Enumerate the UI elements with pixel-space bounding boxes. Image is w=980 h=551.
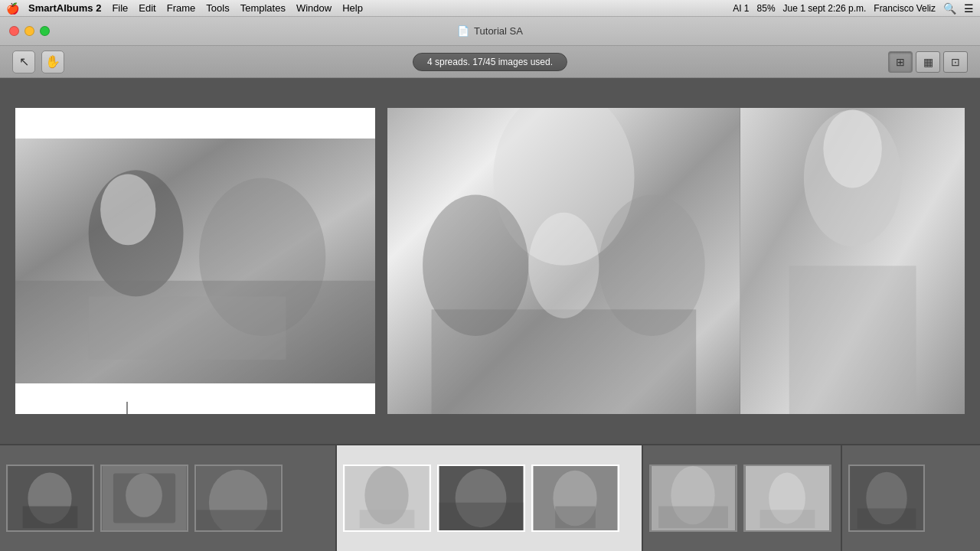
svg-point-15 bbox=[823, 109, 881, 187]
page-bottom-margin bbox=[15, 383, 375, 414]
single-view-button[interactable]: ⊞ bbox=[888, 51, 913, 73]
window-controls bbox=[9, 26, 50, 36]
battery-status: 85% bbox=[757, 3, 776, 14]
svg-rect-30 bbox=[439, 503, 524, 530]
svg-point-11 bbox=[528, 213, 599, 318]
menu-file[interactable]: File bbox=[112, 2, 128, 14]
cursor-tool-button[interactable]: ↖ bbox=[12, 51, 35, 73]
svg-rect-33 bbox=[555, 507, 596, 529]
thumbnail[interactable] bbox=[848, 465, 925, 532]
svg-point-4 bbox=[100, 174, 155, 245]
menu-help[interactable]: Help bbox=[342, 2, 363, 14]
cursor-icon: ↖ bbox=[19, 54, 29, 69]
grid-view-button[interactable]: ▦ bbox=[916, 51, 940, 73]
thumbnail[interactable] bbox=[194, 465, 283, 532]
thumbnail-selected[interactable] bbox=[343, 465, 431, 532]
main-content bbox=[0, 78, 980, 444]
status-display: 4 spreads. 17/45 images used. bbox=[413, 53, 567, 71]
svg-rect-18 bbox=[23, 507, 78, 529]
right-spread bbox=[387, 108, 965, 414]
right-small-photo[interactable] bbox=[740, 108, 965, 414]
menubar: 🍎 SmartAlbums 2 File Edit Frame Tools Te… bbox=[0, 0, 980, 17]
menu-templates[interactable]: Templates bbox=[240, 2, 286, 14]
thumbnail[interactable] bbox=[6, 465, 94, 532]
minimize-button[interactable] bbox=[24, 26, 34, 36]
close-button[interactable] bbox=[9, 26, 19, 36]
left-page-photo[interactable] bbox=[15, 139, 375, 383]
ai-badge: AI 1 bbox=[733, 3, 749, 14]
spread-container bbox=[0, 78, 980, 444]
svg-rect-27 bbox=[360, 510, 415, 528]
window-title-area: 📄 Tutorial SA bbox=[457, 25, 523, 37]
window-title: Tutorial SA bbox=[474, 25, 523, 37]
filmstrip-section-mid bbox=[337, 445, 643, 551]
menubar-right: AI 1 85% Jue 1 sept 2:26 p.m. Francisco … bbox=[733, 2, 974, 15]
thumbnail[interactable] bbox=[743, 465, 831, 532]
svg-rect-24 bbox=[197, 510, 281, 530]
maximize-button[interactable] bbox=[40, 26, 50, 36]
menu-window[interactable]: Window bbox=[296, 2, 332, 14]
page-top-margin bbox=[15, 108, 375, 139]
thumbnail[interactable] bbox=[649, 465, 737, 532]
thumbnail-selected[interactable] bbox=[531, 465, 619, 532]
hand-tool-button[interactable]: ✋ bbox=[41, 51, 64, 73]
svg-point-21 bbox=[126, 474, 162, 517]
document-icon: 📄 bbox=[457, 25, 469, 37]
filmstrip bbox=[0, 444, 980, 551]
username-display: Francisco Veliz bbox=[874, 3, 936, 14]
export-icon: ⊡ bbox=[951, 56, 960, 68]
svg-rect-5 bbox=[89, 296, 286, 360]
toolbar: ↖ ✋ 4 spreads. 17/45 images used. ⊞ ▦ ⊡ bbox=[0, 46, 980, 78]
filmstrip-section-left bbox=[0, 445, 337, 551]
right-main-photo[interactable] bbox=[387, 108, 740, 414]
page-indicator bbox=[126, 402, 128, 414]
svg-rect-10 bbox=[432, 309, 697, 414]
view-controls: ⊞ ▦ ⊡ bbox=[888, 51, 968, 73]
svg-rect-39 bbox=[760, 510, 815, 528]
svg-rect-42 bbox=[858, 508, 916, 529]
svg-rect-14 bbox=[789, 266, 916, 414]
export-button[interactable]: ⊡ bbox=[943, 51, 968, 73]
hand-icon: ✋ bbox=[45, 54, 60, 69]
menu-frame[interactable]: Frame bbox=[167, 2, 196, 14]
svg-rect-36 bbox=[658, 507, 728, 529]
apple-menu[interactable]: 🍎 bbox=[6, 2, 19, 15]
thumbnail-selected[interactable] bbox=[437, 465, 525, 532]
search-icon[interactable]: 🔍 bbox=[943, 2, 956, 15]
grid-view-icon: ▦ bbox=[923, 56, 933, 68]
datetime-display: Jue 1 sept 2:26 p.m. bbox=[783, 3, 867, 14]
thumbnail[interactable] bbox=[100, 465, 188, 532]
single-view-icon: ⊞ bbox=[896, 56, 905, 68]
titlebar: 📄 Tutorial SA bbox=[0, 17, 980, 46]
filmstrip-section-far bbox=[842, 445, 980, 551]
left-page[interactable] bbox=[15, 108, 375, 414]
menu-icon[interactable]: ☰ bbox=[964, 2, 974, 15]
menu-app-name[interactable]: SmartAlbums 2 bbox=[28, 2, 101, 14]
filmstrip-section-right bbox=[643, 445, 842, 551]
menu-tools[interactable]: Tools bbox=[206, 2, 229, 14]
menu-edit[interactable]: Edit bbox=[139, 2, 155, 14]
